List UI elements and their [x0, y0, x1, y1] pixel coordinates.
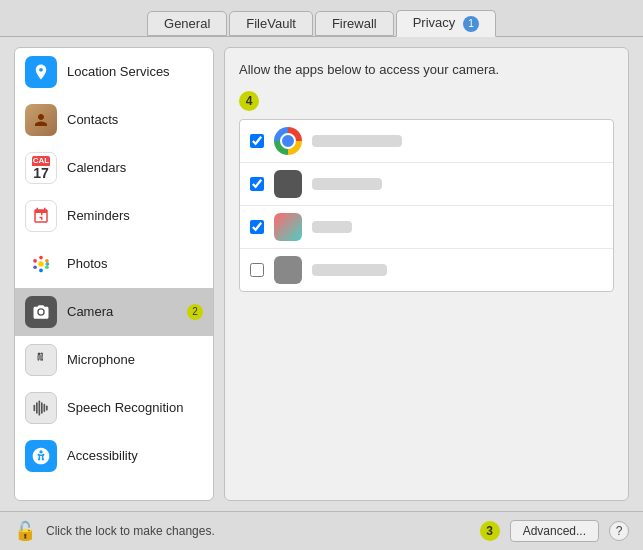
svg-rect-8	[38, 352, 41, 353]
app3-icon	[274, 213, 302, 241]
app-row-4	[240, 249, 613, 291]
badge-3: 3	[480, 521, 500, 541]
svg-point-7	[46, 262, 50, 266]
sidebar-label-speech-recognition: Speech Recognition	[67, 400, 183, 415]
svg-point-5	[33, 265, 37, 269]
svg-rect-18	[39, 400, 41, 415]
svg-point-3	[45, 265, 49, 269]
app2-name	[312, 178, 382, 190]
svg-point-4	[39, 268, 43, 272]
svg-rect-19	[41, 402, 43, 414]
svg-point-1	[39, 255, 43, 259]
chrome-circle	[274, 127, 302, 155]
sidebar-label-microphone: Microphone	[67, 352, 135, 367]
calendars-icon: CAL 17	[25, 152, 57, 184]
privacy-tab-badge: 1	[463, 16, 479, 32]
advanced-button[interactable]: Advanced...	[510, 520, 599, 542]
photos-icon	[25, 248, 57, 280]
lock-text: Click the lock to make changes.	[46, 524, 464, 538]
app4-name	[312, 264, 387, 276]
sidebar-item-location-services[interactable]: Location Services	[15, 48, 213, 96]
lock-icon[interactable]: 🔓	[14, 520, 36, 542]
tab-firewall[interactable]: Firewall	[315, 11, 394, 36]
camera-badge: 2	[187, 304, 203, 320]
app4-icon	[274, 256, 302, 284]
app4-checkbox[interactable]	[250, 263, 264, 277]
app1-name	[312, 135, 402, 147]
tab-bar: General FileVault Firewall Privacy 1	[0, 0, 643, 37]
bottom-bar: 🔓 Click the lock to make changes. 3 Adva…	[0, 511, 643, 550]
sidebar-label-location-services: Location Services	[67, 64, 170, 79]
badge-4: 4	[239, 91, 259, 111]
svg-rect-21	[46, 405, 48, 410]
svg-rect-16	[34, 404, 36, 411]
sidebar-item-accessibility[interactable]: Accessibility	[15, 432, 213, 480]
tab-privacy[interactable]: Privacy 1	[396, 10, 496, 37]
reminders-icon	[25, 200, 57, 232]
sidebar-label-camera: Camera	[67, 304, 113, 319]
sidebar-item-speech-recognition[interactable]: Speech Recognition	[15, 384, 213, 432]
sidebar-item-photos[interactable]: Photos	[15, 240, 213, 288]
app2-icon	[274, 170, 302, 198]
accessibility-icon	[25, 440, 57, 472]
sidebar-item-calendars[interactable]: CAL 17 Calendars	[15, 144, 213, 192]
app2-checkbox[interactable]	[250, 177, 264, 191]
apps-list	[239, 119, 614, 292]
svg-point-6	[33, 259, 37, 263]
app-row-2	[240, 163, 613, 206]
app3-checkbox[interactable]	[250, 220, 264, 234]
sidebar-label-accessibility: Accessibility	[67, 448, 138, 463]
sidebar-label-calendars: Calendars	[67, 160, 126, 175]
svg-rect-17	[36, 402, 38, 414]
speech-icon	[25, 392, 57, 424]
sidebar-item-reminders[interactable]: Reminders	[15, 192, 213, 240]
main-content: Location Services Contacts CAL 17 Calend…	[0, 37, 643, 511]
app-row-3	[240, 206, 613, 249]
svg-rect-20	[44, 403, 46, 411]
svg-rect-15	[38, 355, 43, 359]
tab-filevault[interactable]: FileVault	[229, 11, 313, 36]
sidebar-item-microphone[interactable]: Microphone	[15, 336, 213, 384]
contacts-icon	[25, 104, 57, 136]
svg-point-2	[45, 259, 49, 263]
panel-description: Allow the apps below to access your came…	[239, 62, 614, 77]
app-row-1	[240, 120, 613, 163]
microphone-icon	[25, 344, 57, 376]
help-button[interactable]: ?	[609, 521, 629, 541]
app3-name	[312, 221, 352, 233]
right-panel: Allow the apps below to access your came…	[224, 47, 629, 501]
app1-checkbox[interactable]	[250, 134, 264, 148]
app1-icon	[274, 127, 302, 155]
camera-icon	[25, 296, 57, 328]
sidebar-item-camera[interactable]: Camera 2	[15, 288, 213, 336]
sidebar-item-contacts[interactable]: Contacts	[15, 96, 213, 144]
svg-point-0	[38, 261, 44, 267]
svg-rect-9	[40, 352, 43, 353]
sidebar-label-photos: Photos	[67, 256, 107, 271]
sidebar-label-contacts: Contacts	[67, 112, 118, 127]
sidebar-label-reminders: Reminders	[67, 208, 130, 223]
tab-general[interactable]: General	[147, 11, 227, 36]
svg-rect-13	[39, 354, 40, 355]
location-icon	[25, 56, 57, 88]
sidebar: Location Services Contacts CAL 17 Calend…	[14, 47, 214, 501]
